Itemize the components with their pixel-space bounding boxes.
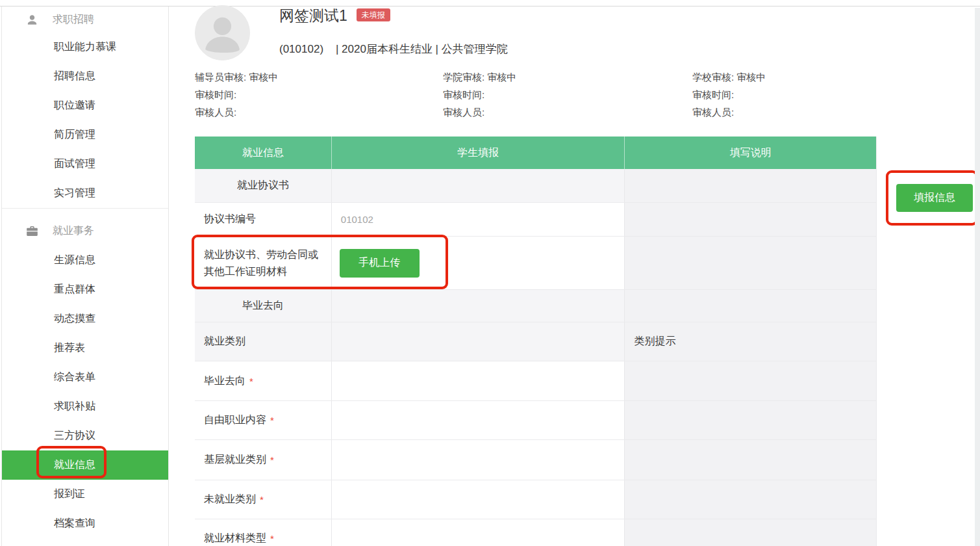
sidebar-item-dynamic-survey[interactable]: 动态摸查 [2,304,168,333]
row-label: 就业类别 [204,335,245,348]
profile-header: 网签测试1 未填报 [279,6,390,25]
sidebar-item-tripartite-agreement[interactable]: 三方协议 [2,421,168,450]
table-row-employment-category: 就业类别 类别提示 [195,322,876,361]
required-asterisk: * [270,415,274,426]
category-hint-text: 类别提示 [634,335,675,348]
row-note-cell [624,361,876,400]
sidebar-item-archive-query[interactable]: 档案查询 [2,509,168,538]
sidebar-item-job-subsidy[interactable]: 求职补贴 [2,392,168,421]
row-label: 就业协议书 [237,179,289,192]
agreement-number-value: 010102 [341,214,373,225]
scrollbar[interactable] [975,8,980,546]
row-label: 基层就业类别 [204,453,266,467]
row-label: 毕业去向 [204,374,245,388]
mobile-upload-button[interactable]: 手机上传 [340,249,420,278]
column-header-fill-instructions: 填写说明 [624,136,876,169]
sidebar-section-job-seeking[interactable]: 求职招聘 [2,6,168,32]
sidebar-section-label: 求职招聘 [53,13,94,27]
table-row-unemployed-category: 未就业类别* [195,480,876,519]
sidebar-item-source-info[interactable]: 生源信息 [2,246,168,275]
sidebar-item-recommendation-form[interactable]: 推荐表 [2,333,168,363]
row-note-cell [624,480,876,519]
sidebar: 求职招聘 职业能力慕课 招聘信息 职位邀请 简历管理 面试管理 实习管理 就业事… [1,6,169,546]
row-value-cell [331,290,625,322]
table-row-graduation-destination-section: 毕业去向 [195,290,876,322]
sidebar-item-resume[interactable]: 简历管理 [2,120,168,150]
row-value-cell [331,519,625,546]
row-note-cell [624,237,876,289]
table-row-material-type: 就业材料类型* [195,519,876,546]
row-note-cell [624,169,876,202]
sidebar-item-registration-card[interactable]: 报到证 [2,480,168,509]
review-title: 辅导员审核: [195,72,246,83]
review-person-label: 审核人员: [443,103,516,121]
sidebar-item-key-groups[interactable]: 重点群体 [2,275,168,304]
table-row-freelance-content: 自由职业内容* [195,401,876,440]
sidebar-item-comprehensive-forms[interactable]: 综合表单 [2,363,168,392]
review-status: 审核中 [736,72,766,83]
status-badge: 未填报 [357,8,390,21]
review-time-label: 审核时间: [195,86,278,103]
employment-table: 就业信息 学生填报 填写说明 就业协议书 协议书编号 010102 就业协议书、… [195,136,877,546]
row-label: 自由职业内容 [204,413,266,427]
row-value-cell [331,401,625,439]
review-school: 学校审核: 审核中 审核时间: 审核人员: [692,68,766,121]
review-person-label: 审核人员: [195,103,278,121]
avatar [195,5,250,60]
row-label: 就业协议书、劳动合同或其他工作证明材料 [204,246,322,280]
row-note-cell [624,401,876,439]
row-value-cell [331,169,625,202]
row-label: 未就业类别 [204,493,256,506]
row-value-cell [331,440,625,480]
table-row-proof-materials: 就业协议书、劳动合同或其他工作证明材料 手机上传 [195,237,876,290]
table-row-agreement-section: 就业协议书 [195,169,876,203]
sidebar-divider [2,208,168,209]
sidebar-section-label: 就业事务 [53,224,94,238]
column-header-employment-info: 就业信息 [195,136,331,169]
table-row-agreement-number: 协议书编号 010102 [195,203,876,237]
row-note-cell [624,290,876,322]
review-status: 审核中 [249,72,278,83]
sidebar-item-recruit-info[interactable]: 招聘信息 [2,62,168,91]
review-time-label: 审核时间: [692,86,766,103]
sidebar-item-internship[interactable]: 实习管理 [2,179,168,208]
table-header-row: 就业信息 学生填报 填写说明 [195,136,876,169]
app-root: 求职招聘 职业能力慕课 招聘信息 职位邀请 简历管理 面试管理 实习管理 就业事… [0,0,980,546]
row-value-cell [331,361,625,400]
required-asterisk: * [260,494,264,505]
row-label: 毕业去向 [242,299,284,313]
sidebar-item-job-invite[interactable]: 职位邀请 [2,91,168,120]
fill-info-button[interactable]: 填报信息 [896,184,973,212]
review-title: 学院审核: [443,72,484,83]
required-asterisk: * [270,454,274,465]
required-asterisk: * [270,533,274,544]
review-counselor: 辅导员审核: 审核中 审核时间: 审核人员: [195,68,278,121]
sidebar-item-interview[interactable]: 面试管理 [2,150,168,179]
sidebar-item-employment-info[interactable]: 就业信息 [2,450,168,480]
row-note-cell [624,440,876,480]
briefcase-icon [25,225,38,238]
sidebar-section-employment[interactable]: 就业事务 [2,216,168,246]
table-row-graduation-destination-field: 毕业去向* [195,361,876,401]
review-time-label: 审核时间: [443,86,516,103]
column-header-student-fill: 学生填报 [331,136,625,169]
page-title: 网签测试1 [279,6,347,25]
review-person-label: 审核人员: [692,103,766,121]
row-note-cell [624,203,876,236]
row-label: 协议书编号 [204,213,256,226]
row-value-cell [331,322,625,361]
profile-meta: (010102) | 2020届本科生结业 | 公共管理学院 [279,42,508,57]
row-value-cell [331,480,625,519]
row-note-cell [624,519,876,546]
review-college: 学院审核: 审核中 审核时间: 审核人员: [443,68,516,121]
review-title: 学校审核: [692,72,734,83]
table-row-grassroots-category: 基层就业类别* [195,440,876,480]
user-icon [25,13,38,26]
row-label: 就业材料类型 [204,532,266,545]
review-status: 审核中 [487,72,516,83]
required-asterisk: * [249,376,253,387]
sidebar-item-mooc[interactable]: 职业能力慕课 [2,32,168,62]
